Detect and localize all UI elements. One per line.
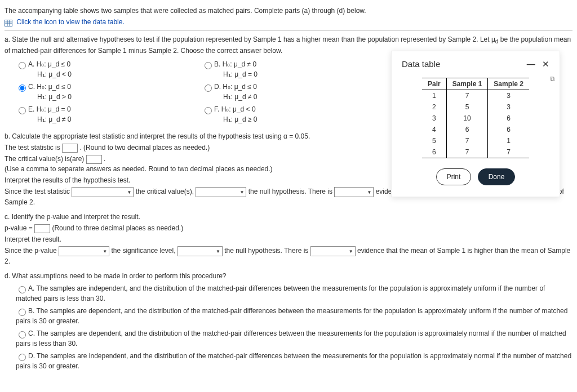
data-table-icon[interactable] [5,19,12,26]
b-dropdown-1[interactable] [72,187,134,197]
table-row: 3106 [422,113,529,124]
radio-a-E[interactable] [19,107,26,114]
print-button[interactable]: Print [436,168,472,185]
svg-rect-1 [5,20,12,26]
table-row: 466 [422,124,529,135]
radio-a-A[interactable] [19,62,26,69]
pvalue-input[interactable] [34,224,50,233]
crit-value-label: The critical value(s) is(are) [5,155,86,163]
radio-d-B[interactable] [19,309,26,316]
radio-d-D[interactable] [19,354,26,361]
c-dropdown-3[interactable] [310,246,356,256]
view-data-link[interactable]: Click the icon to view the data table. [16,18,124,26]
c-interpret-head: Interpret the result. [5,234,572,244]
radio-a-B[interactable] [205,62,212,69]
panel-title: Data table [402,58,440,71]
test-stat-label: The test statistic is [5,144,62,152]
c-dropdown-1[interactable] [59,246,109,256]
done-button[interactable]: Done [478,168,516,185]
radio-a-C[interactable] [19,84,26,92]
part-d-prompt: d. What assumptions need to be made in o… [5,271,572,281]
table-row: 677 [422,146,529,158]
part-c-prompt: c. Identify the p-value and interpret th… [5,212,572,222]
data-table: Pair Sample 1 Sample 2 173 253 3106 466 … [422,78,529,158]
intro-text: The accompanying table shows two samples… [5,6,572,16]
critical-value-input[interactable] [86,155,102,164]
b-dropdown-2[interactable] [196,187,246,197]
test-statistic-input[interactable] [62,144,78,153]
radio-d-C[interactable] [19,331,26,338]
radio-a-F[interactable] [205,107,212,114]
table-row: 173 [422,90,529,101]
minimize-icon[interactable]: — [527,59,535,69]
copy-icon[interactable]: ⧉ [550,74,555,84]
table-row: 253 [422,101,529,113]
data-table-panel: Data table — ✕ ⧉ Pair Sample 1 Sample 2 … [391,51,560,197]
b-dropdown-3[interactable] [334,187,374,197]
radio-a-D[interactable] [205,84,212,92]
c-dropdown-2[interactable] [177,246,223,256]
radio-d-A[interactable] [19,286,26,293]
close-icon[interactable]: ✕ [542,59,549,69]
table-row: 571 [422,135,529,146]
divider [5,30,572,31]
